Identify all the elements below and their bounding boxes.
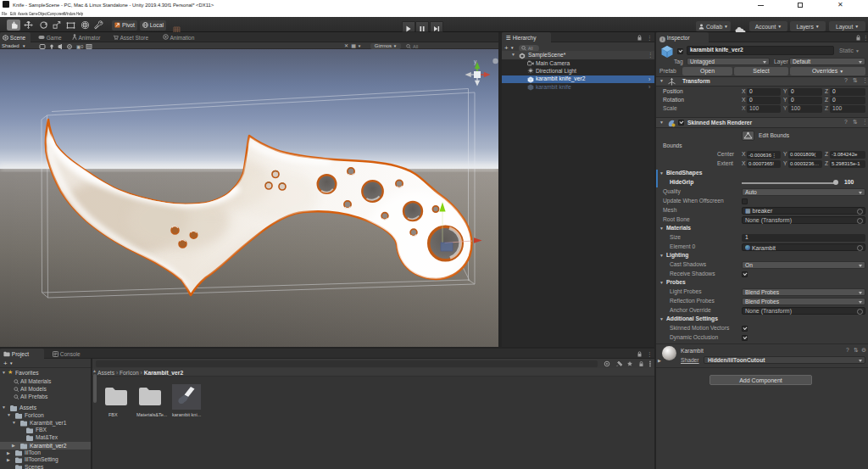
- svg-text:▣0: ▣0: [76, 44, 83, 49]
- svg-text:All: All: [528, 46, 533, 51]
- svg-text:All: All: [413, 44, 418, 49]
